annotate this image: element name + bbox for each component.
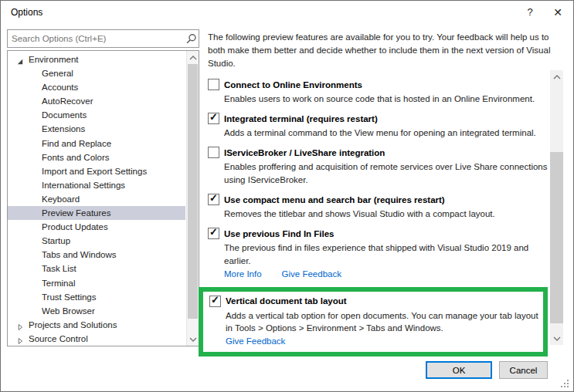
tree-item-label: Web Browser: [42, 304, 95, 318]
options-tree: EnvironmentGeneralAccountsAutoRecoverDoc…: [7, 50, 199, 346]
tree-item-label: Trust Settings: [42, 290, 97, 304]
tree-item-documents[interactable]: Documents: [8, 108, 185, 122]
tree-item-label: Projects and Solutions: [29, 318, 117, 332]
feature-header: ✓Use previous Find In Files: [208, 227, 557, 240]
feature-vertical-document-tab-layout: ✓Vertical document tab layoutAdds a vert…: [199, 287, 548, 357]
tree-item-tabs-and-windows[interactable]: Tabs and Windows: [8, 248, 185, 262]
tree-item-label: AutoRecover: [42, 94, 93, 108]
tree-item-label: Terminal: [42, 276, 75, 290]
help-icon[interactable]: ?: [521, 5, 539, 20]
feature-title: IServiceBroker / LiveShare integration: [224, 148, 385, 157]
tree-item-label: Extensions: [42, 122, 85, 136]
options-dialog: Options ? ✕ EnvironmentGeneralAccountsAu…: [0, 0, 574, 392]
feature-description: Adds a terminal command to the View menu…: [224, 127, 552, 140]
tree-item-import-and-export-settings[interactable]: Import and Export Settings: [8, 164, 185, 178]
tree-item-preview-features[interactable]: Preview Features: [8, 206, 185, 220]
feature-description: Enables proffering and acquisition of re…: [224, 161, 552, 187]
tree-item-label: Preview Features: [42, 206, 110, 220]
tree-item-label: Product Updates: [42, 220, 108, 234]
feature-integrated-terminal-requires-restart: ✓Integrated terminal (requires restart)A…: [208, 112, 557, 140]
tree-expanded-icon[interactable]: [16, 56, 24, 63]
tree-item-find-and-replace[interactable]: Find and Replace: [8, 137, 185, 150]
tree-item-source-control[interactable]: Source Control: [8, 332, 185, 346]
cancel-button[interactable]: Cancel: [499, 361, 548, 379]
scroll-up-icon[interactable]: [550, 71, 563, 83]
search-icon: [183, 32, 199, 45]
feature-checkbox[interactable]: [208, 79, 219, 90]
tree-item-label: Accounts: [42, 80, 78, 94]
feature-header: ✓Integrated terminal (requires restart): [208, 112, 557, 125]
feature-iservicebroker-liveshare-integration: IServiceBroker / LiveShare integrationEn…: [208, 146, 557, 187]
check-icon: ✓: [209, 111, 218, 123]
feature-links: More InfoGive Feedback: [224, 268, 557, 281]
feature-checkbox[interactable]: ✓: [209, 296, 221, 307]
close-icon[interactable]: ✕: [549, 5, 567, 20]
tree-collapsed-icon[interactable]: [16, 321, 24, 329]
tree-item-projects-and-solutions[interactable]: Projects and Solutions: [8, 318, 185, 332]
tree-item-terminal[interactable]: Terminal: [8, 276, 185, 290]
title-bar: Options ? ✕: [1, 1, 573, 24]
feature-links: Give Feedback: [226, 335, 543, 348]
tree-collapsed-icon[interactable]: [16, 335, 24, 343]
tree-item-international-settings[interactable]: International Settings: [8, 178, 185, 192]
feature-checkbox[interactable]: [208, 147, 219, 158]
dialog-title: Options: [11, 7, 42, 18]
tree-item-label: General: [42, 66, 73, 80]
feature-checkbox[interactable]: ✓: [208, 228, 219, 239]
feature-title: Use previous Find In Files: [224, 229, 335, 238]
tree-item-environment[interactable]: Environment: [8, 52, 185, 66]
feature-checkbox[interactable]: ✓: [208, 194, 219, 205]
give-feedback-link[interactable]: Give Feedback: [282, 269, 341, 279]
tree-item-extensions[interactable]: Extensions: [8, 122, 185, 136]
tree-item-keyboard[interactable]: Keyboard: [8, 192, 185, 206]
tree-item-label: Import and Export Settings: [42, 164, 147, 178]
scroll-down-icon[interactable]: [187, 333, 199, 345]
tree-item-label: Environment: [29, 52, 79, 66]
feature-connect-to-online-environments: Connect to Online EnvironmentsEnables us…: [208, 78, 557, 106]
resize-grip-icon[interactable]: [559, 378, 569, 387]
feature-title: Connect to Online Environments: [224, 80, 362, 90]
tree-item-label: Documents: [42, 108, 87, 122]
tree-item-web-browser[interactable]: Web Browser: [8, 304, 185, 318]
tree-item-label: Startup: [42, 234, 70, 248]
check-icon: ✓: [211, 294, 219, 306]
scroll-down-icon[interactable]: [550, 333, 563, 344]
feature-header: Connect to Online Environments: [208, 78, 557, 91]
tree-item-product-updates[interactable]: Product Updates: [8, 220, 185, 234]
search-input[interactable]: [8, 34, 183, 43]
feature-header: ✓Use compact menu and search bar (requir…: [208, 193, 557, 206]
feature-use-compact-menu-and-search-bar-requires-restart: ✓Use compact menu and search bar (requir…: [208, 193, 557, 221]
feature-description: Adds a vertical tab option for open docu…: [226, 309, 538, 335]
check-icon: ✓: [209, 226, 218, 238]
panel-scrollbar[interactable]: [550, 70, 563, 345]
feature-header: ✓Vertical document tab layout: [209, 295, 543, 308]
feature-checkbox[interactable]: ✓: [208, 113, 219, 124]
tree-item-label: Source Control: [29, 332, 88, 346]
tree-item-label: Fonts and Colors: [42, 150, 110, 164]
tree-item-task-list[interactable]: Task List: [8, 262, 185, 275]
feature-title: Integrated terminal (requires restart): [224, 114, 378, 123]
feature-description: Removes the titlebar and shows Visual St…: [224, 208, 552, 221]
ok-button[interactable]: OK: [426, 361, 492, 379]
tree-item-label: International Settings: [42, 178, 125, 192]
tree-item-startup[interactable]: Startup: [8, 234, 185, 248]
check-icon: ✓: [209, 192, 218, 204]
give-feedback-link[interactable]: Give Feedback: [226, 336, 285, 346]
tree-scrollbar-thumb[interactable]: [188, 64, 198, 319]
tree-item-label: Keyboard: [42, 192, 80, 206]
feature-description: Enables users to work on source code tha…: [224, 93, 552, 106]
tree-item-accounts[interactable]: Accounts: [8, 80, 185, 94]
search-box: [7, 29, 199, 48]
more-info-link[interactable]: More Info: [224, 269, 262, 279]
tree-item-fonts-and-colors[interactable]: Fonts and Colors: [8, 150, 185, 164]
preview-features-panel: The following preview features are avail…: [208, 31, 557, 357]
tree-item-general[interactable]: General: [8, 66, 185, 80]
tree-scrollbar[interactable]: [186, 51, 199, 346]
panel-scrollbar-thumb[interactable]: [550, 152, 563, 323]
tree-item-label: Task List: [42, 262, 76, 275]
scroll-up-icon[interactable]: [187, 52, 199, 63]
tree-item-label: Find and Replace: [42, 137, 111, 150]
tree-item-autorecover[interactable]: AutoRecover: [8, 94, 185, 108]
tree-item-trust-settings[interactable]: Trust Settings: [8, 290, 185, 304]
tree-rows: EnvironmentGeneralAccountsAutoRecoverDoc…: [8, 52, 185, 346]
